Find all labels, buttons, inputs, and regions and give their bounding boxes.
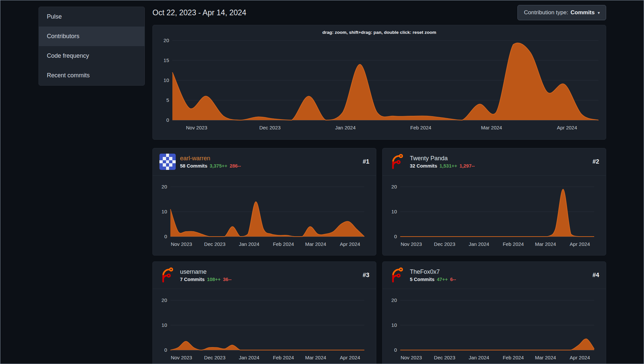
- contribution-type-value: Commits: [571, 9, 595, 16]
- contributor-name-link[interactable]: username: [180, 268, 231, 275]
- deletions-count: 6--: [450, 277, 456, 282]
- svg-text:Dec 2023: Dec 2023: [259, 125, 281, 130]
- overall-activity-panel: drag: zoom, shift+drag: pan, double clic…: [152, 25, 606, 140]
- svg-text:Nov 2023: Nov 2023: [186, 125, 207, 130]
- contributor-stats: 58 Commits 3,375++ 286--: [180, 163, 241, 169]
- svg-text:Mar 2024: Mar 2024: [535, 355, 556, 360]
- sidebar-item-code-frequency[interactable]: Code frequency: [39, 46, 144, 66]
- svg-text:20: 20: [163, 38, 169, 43]
- rank-badge: #3: [363, 272, 369, 279]
- svg-text:Jan 2024: Jan 2024: [469, 355, 489, 360]
- contributor-stats: 32 Commits 1,531++ 1,297--: [410, 163, 475, 169]
- svg-text:Jan 2024: Jan 2024: [335, 125, 356, 130]
- contributor-chart[interactable]: 01020Nov 2023Dec 2023Jan 2024Feb 2024Mar…: [153, 176, 376, 255]
- deletions-count: 1,297--: [459, 163, 475, 169]
- additions-count: 47++: [437, 277, 448, 282]
- svg-text:Dec 2023: Dec 2023: [434, 241, 455, 247]
- deletions-count: 36--: [223, 277, 231, 282]
- contributor-name-link[interactable]: Twenty Panda: [410, 155, 475, 162]
- svg-text:Feb 2024: Feb 2024: [273, 355, 294, 360]
- forgejo-logo-avatar[interactable]: [389, 154, 406, 170]
- svg-text:0: 0: [164, 347, 167, 353]
- svg-text:0: 0: [394, 347, 397, 353]
- svg-text:Nov 2023: Nov 2023: [401, 355, 422, 360]
- repo-activity-page: Pulse Contributors Code frequency Recent…: [0, 0, 644, 364]
- svg-text:Nov 2023: Nov 2023: [171, 355, 192, 360]
- commit-count: 5 Commits: [410, 277, 434, 282]
- contributor-card-header: Twenty Panda 32 Commits 1,531++ 1,297-- …: [383, 148, 606, 176]
- contributor-card-header: earl-warren 58 Commits 3,375++ 286-- #1: [153, 148, 376, 176]
- contributor-card-twenty-panda: Twenty Panda 32 Commits 1,531++ 1,297-- …: [382, 148, 606, 255]
- date-range-heading: Oct 22, 2023 - Apr 14, 2024: [152, 8, 246, 17]
- svg-text:Dec 2023: Dec 2023: [434, 355, 455, 360]
- additions-count: 3,375++: [210, 163, 227, 169]
- svg-text:10: 10: [161, 322, 167, 328]
- svg-text:Apr 2024: Apr 2024: [340, 355, 360, 360]
- contributor-identity: username 7 Commits 108++ 36--: [180, 268, 231, 282]
- topbar: Oct 22, 2023 - Apr 14, 2024 Contribution…: [152, 0, 606, 25]
- contribution-type-dropdown[interactable]: Contribution type: Commits ▾: [517, 5, 606, 20]
- contributor-card-earl-warren: earl-warren 58 Commits 3,375++ 286-- #1 …: [152, 148, 376, 255]
- svg-text:Dec 2023: Dec 2023: [204, 241, 226, 247]
- contributor-stats: 5 Commits 47++ 6--: [410, 277, 456, 282]
- svg-text:Mar 2024: Mar 2024: [305, 241, 326, 247]
- commit-count: 58 Commits: [180, 163, 207, 169]
- contributor-name-link[interactable]: earl-warren: [180, 155, 241, 162]
- sidebar-item-pulse[interactable]: Pulse: [39, 7, 144, 27]
- svg-text:Jan 2024: Jan 2024: [469, 241, 489, 247]
- commit-count: 32 Commits: [410, 163, 437, 169]
- svg-text:Jan 2024: Jan 2024: [239, 355, 259, 360]
- svg-text:0: 0: [164, 234, 167, 239]
- rank-badge: #2: [593, 158, 599, 165]
- svg-text:20: 20: [161, 297, 167, 303]
- rank-badge: #1: [363, 158, 369, 165]
- svg-text:Feb 2024: Feb 2024: [503, 355, 524, 360]
- contributor-chart[interactable]: 01020Nov 2023Dec 2023Jan 2024Feb 2024Mar…: [153, 289, 376, 364]
- svg-text:0: 0: [394, 234, 397, 239]
- svg-text:10: 10: [391, 209, 397, 214]
- contributor-card-header: username 7 Commits 108++ 36-- #3: [153, 262, 376, 289]
- deletions-count: 286--: [230, 163, 241, 169]
- identicon-avatar[interactable]: [159, 154, 176, 170]
- svg-text:Jan 2024: Jan 2024: [239, 241, 259, 247]
- svg-text:Apr 2024: Apr 2024: [557, 125, 577, 130]
- svg-text:Apr 2024: Apr 2024: [570, 355, 590, 360]
- contribution-type-label: Contribution type:: [524, 9, 568, 16]
- svg-text:20: 20: [161, 184, 167, 189]
- additions-count: 1,531++: [439, 163, 457, 169]
- contributor-identity: Twenty Panda 32 Commits 1,531++ 1,297--: [410, 155, 475, 169]
- activity-sidebar: Pulse Contributors Code frequency Recent…: [39, 7, 145, 86]
- svg-text:0: 0: [166, 117, 169, 123]
- contributor-card-thefox0x7: TheFox0x7 5 Commits 47++ 6-- #4 01020Nov…: [382, 261, 606, 364]
- svg-text:20: 20: [391, 184, 397, 189]
- contributor-stats: 7 Commits 108++ 36--: [180, 277, 231, 282]
- sidebar-item-contributors[interactable]: Contributors: [39, 27, 144, 46]
- svg-text:Mar 2024: Mar 2024: [481, 125, 502, 130]
- contributor-chart[interactable]: 01020Nov 2023Dec 2023Jan 2024Feb 2024Mar…: [383, 289, 606, 364]
- additions-count: 108++: [207, 277, 221, 282]
- contributor-card-header: TheFox0x7 5 Commits 47++ 6-- #4: [383, 262, 606, 289]
- svg-text:Nov 2023: Nov 2023: [401, 241, 422, 247]
- svg-text:Apr 2024: Apr 2024: [340, 241, 360, 247]
- contributor-identity: TheFox0x7 5 Commits 47++ 6--: [410, 268, 456, 282]
- svg-text:Apr 2024: Apr 2024: [570, 241, 590, 247]
- contributor-identity: earl-warren 58 Commits 3,375++ 286--: [180, 155, 241, 169]
- main-content: Oct 22, 2023 - Apr 14, 2024 Contribution…: [152, 0, 606, 364]
- contributor-chart[interactable]: 01020Nov 2023Dec 2023Jan 2024Feb 2024Mar…: [383, 176, 606, 255]
- svg-text:Feb 2024: Feb 2024: [273, 241, 294, 247]
- overall-activity-chart[interactable]: 05101520Nov 2023Dec 2023Jan 2024Feb 2024…: [153, 38, 606, 138]
- svg-text:10: 10: [161, 209, 167, 214]
- contributor-cards-grid: earl-warren 58 Commits 3,375++ 286-- #1 …: [152, 148, 606, 364]
- forgejo-logo-avatar[interactable]: [159, 267, 176, 283]
- svg-text:20: 20: [391, 297, 397, 303]
- sidebar-item-recent-commits[interactable]: Recent commits: [39, 66, 144, 85]
- chevron-down-icon: ▾: [598, 10, 600, 15]
- svg-text:5: 5: [166, 97, 169, 103]
- commit-count: 7 Commits: [180, 277, 205, 282]
- chart-zoom-hint: drag: zoom, shift+drag: pan, double clic…: [153, 30, 606, 38]
- svg-text:Mar 2024: Mar 2024: [535, 241, 556, 247]
- svg-text:10: 10: [391, 322, 397, 328]
- svg-text:Dec 2023: Dec 2023: [204, 355, 226, 360]
- forgejo-logo-avatar[interactable]: [389, 267, 406, 283]
- contributor-name-link[interactable]: TheFox0x7: [410, 268, 456, 275]
